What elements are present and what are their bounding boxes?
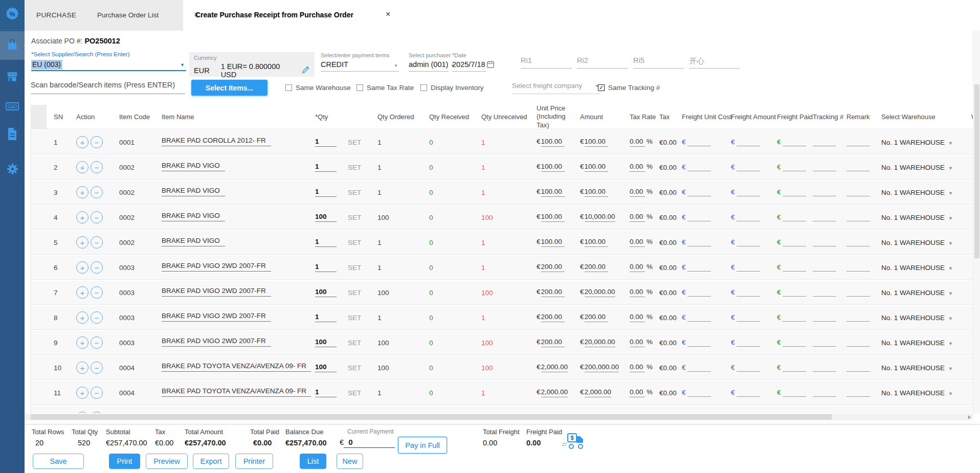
- freight-unit-cost-input[interactable]: [687, 314, 711, 322]
- pay-in-full-button[interactable]: Pay in Full: [398, 437, 447, 454]
- same-tax-rate-checkbox[interactable]: Same Tax Rate: [357, 84, 414, 92]
- freight-unit-cost-input[interactable]: [687, 289, 711, 297]
- date-value[interactable]: 2025/7/18: [452, 60, 485, 69]
- item-name-input[interactable]: BRAKE PAD VIGO: [162, 187, 225, 196]
- freight-unit-cost-input[interactable]: [687, 389, 711, 397]
- checkbox-checked-icon[interactable]: ✓: [598, 84, 605, 91]
- amount-input[interactable]: 200,000.00: [585, 363, 619, 372]
- tax-rate-input[interactable]: 0.00: [630, 338, 645, 347]
- custom-field-ri1[interactable]: Ri1: [521, 56, 572, 69]
- freight-amount-input[interactable]: [737, 214, 760, 221]
- remark-input[interactable]: [847, 239, 870, 246]
- qty-input[interactable]: 1: [315, 188, 337, 197]
- unit-price-input[interactable]: 200.00: [541, 313, 565, 322]
- unit-price-input[interactable]: 100.00: [541, 138, 565, 147]
- payment-terms-select[interactable]: Select/enter payment terms CREDIT▼: [321, 52, 399, 72]
- freight-unit-cost-input[interactable]: [687, 189, 711, 196]
- tax-rate-input[interactable]: 0.00: [630, 138, 645, 147]
- remove-row-button[interactable]: −: [91, 136, 103, 148]
- unit-price-input[interactable]: 100.00: [541, 238, 565, 247]
- qty-input[interactable]: 1: [315, 163, 337, 172]
- remove-row-button[interactable]: −: [91, 311, 103, 324]
- warehouse-select[interactable]: No. 1 WAREHOUSE▼: [875, 264, 947, 272]
- warehouse-select[interactable]: No. 1 WAREHOUSE▼: [875, 364, 947, 372]
- vertical-scrollbar[interactable]: [973, 31, 980, 414]
- item-name-input[interactable]: BRAKE PAD VIGO: [162, 237, 225, 246]
- preview-button[interactable]: Preview: [146, 454, 188, 469]
- save-button[interactable]: Save: [33, 454, 84, 469]
- export-button[interactable]: Export: [193, 454, 229, 469]
- horizontal-scrollbar-thumb[interactable]: [31, 414, 832, 420]
- warehouse-select[interactable]: No. 1 WAREHOUSE▼: [875, 289, 947, 297]
- sidebar-item-settings[interactable]: [0, 155, 25, 184]
- remark-input[interactable]: [847, 164, 870, 171]
- add-row-button[interactable]: +: [76, 286, 88, 299]
- freight-amount-input[interactable]: [737, 139, 760, 146]
- freight-paid-input[interactable]: [783, 314, 806, 322]
- qty-input[interactable]: 100: [315, 288, 337, 297]
- remark-input[interactable]: [847, 364, 870, 372]
- add-row-button[interactable]: +: [76, 311, 88, 324]
- tax-rate-input[interactable]: 0.00: [630, 188, 645, 197]
- remark-input[interactable]: [847, 139, 870, 146]
- freight-unit-cost-input[interactable]: [687, 139, 711, 146]
- unit-price-input[interactable]: 2,000.00: [541, 363, 568, 372]
- tracking-input[interactable]: [813, 139, 836, 146]
- freight-paid-input[interactable]: [783, 139, 806, 146]
- unit-price-input[interactable]: 100.00: [541, 188, 565, 197]
- custom-field-ri2[interactable]: Ri2: [577, 56, 628, 69]
- add-row-button[interactable]: +: [76, 336, 88, 349]
- freight-amount-input[interactable]: [737, 364, 760, 372]
- remove-row-button[interactable]: −: [91, 186, 103, 198]
- freight-paid-input[interactable]: [783, 339, 806, 347]
- unit-price-input[interactable]: 200.00: [541, 338, 565, 347]
- add-row-button[interactable]: +: [76, 261, 88, 274]
- add-row-button[interactable]: +: [76, 186, 88, 198]
- qty-input[interactable]: 1: [315, 313, 337, 322]
- tax-rate-input[interactable]: 0.00: [630, 213, 645, 222]
- remove-row-button[interactable]: −: [91, 362, 103, 374]
- remark-input[interactable]: [847, 264, 870, 272]
- freight-unit-cost-input[interactable]: [687, 339, 711, 347]
- freight-amount-input[interactable]: [737, 164, 760, 171]
- item-name-input[interactable]: BRAKE PAD VIGO 2WD 2007-FR: [162, 312, 271, 322]
- tax-rate-input[interactable]: 0.00: [630, 263, 645, 272]
- freight-amount-input[interactable]: [737, 189, 760, 196]
- warehouse-select[interactable]: No. 1 WAREHOUSE▼: [875, 214, 947, 221]
- remark-input[interactable]: [847, 314, 870, 322]
- freight-paid-input[interactable]: [783, 389, 806, 397]
- close-tab-icon[interactable]: ×: [386, 10, 390, 19]
- tracking-input[interactable]: [813, 389, 836, 397]
- item-name-input[interactable]: BRAKE PAD COROLLA 2012- FR: [162, 137, 271, 146]
- horizontal-scrollbar[interactable]: [25, 414, 973, 420]
- freight-paid-input[interactable]: [783, 189, 806, 196]
- tax-rate-input[interactable]: 0.00: [630, 238, 645, 247]
- remark-input[interactable]: [847, 289, 870, 297]
- amount-input[interactable]: 100.00: [585, 188, 608, 197]
- freight-unit-cost-input[interactable]: [687, 214, 711, 221]
- qty-input[interactable]: 100: [315, 363, 337, 372]
- tracking-input[interactable]: [813, 364, 836, 372]
- remove-row-button[interactable]: −: [91, 236, 103, 249]
- warehouse-select[interactable]: No. 1 WAREHOUSE▼: [875, 339, 947, 347]
- freight-paid-input[interactable]: [783, 239, 806, 246]
- tracking-input[interactable]: [813, 289, 836, 297]
- unit-price-input[interactable]: 200.00: [541, 288, 565, 297]
- unit-price-input[interactable]: 100.00: [541, 163, 565, 172]
- tracking-input[interactable]: [813, 239, 836, 246]
- add-row-button[interactable]: +: [76, 362, 88, 374]
- remove-row-button[interactable]: −: [91, 336, 103, 349]
- remove-row-button[interactable]: −: [91, 261, 103, 274]
- sidebar-item-cash[interactable]: 100: [0, 93, 25, 122]
- chevron-down-icon[interactable]: ▼: [394, 63, 398, 68]
- remark-input[interactable]: [847, 389, 870, 397]
- freight-paid-input[interactable]: [783, 289, 806, 297]
- freight-unit-cost-input[interactable]: [687, 364, 711, 372]
- tax-rate-input[interactable]: 0.00: [630, 288, 645, 297]
- purchaser-select[interactable]: Select purchaser admin (001)▼: [409, 52, 449, 72]
- tax-rate-input[interactable]: 0.00: [630, 313, 645, 322]
- freight-amount-input[interactable]: [737, 264, 760, 272]
- warehouse-select[interactable]: No. 1 WAREHOUSE▼: [875, 139, 947, 146]
- same-tracking-checkbox[interactable]: ✓ Same Tracking #: [598, 84, 660, 92]
- freight-company-select[interactable]: Select freight company ▼: [512, 82, 600, 94]
